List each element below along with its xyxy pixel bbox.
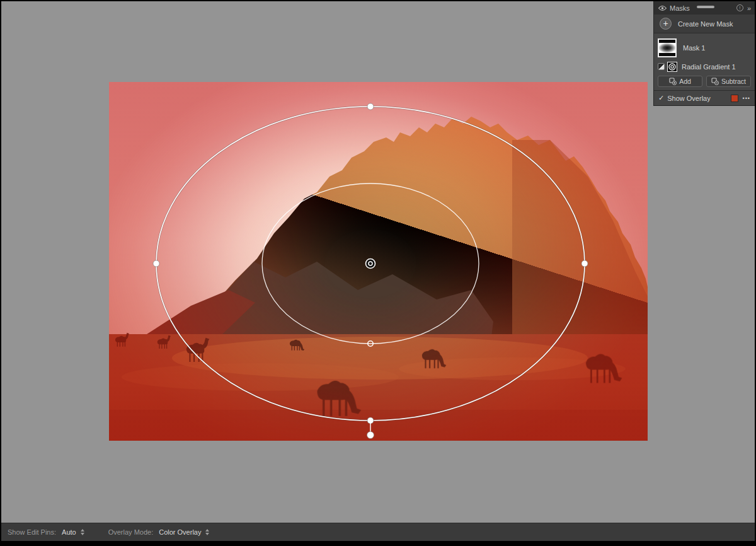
component-name: Radial Gradient 1 [682,63,736,71]
overlay-options-menu-icon[interactable]: ••• [743,95,750,102]
add-button-label: Add [679,78,691,85]
show-overlay-label[interactable]: Show Overlay [667,95,710,102]
collapse-panel-icon[interactable]: » [747,4,751,12]
handle-left[interactable] [153,260,159,267]
overlay-mode-value[interactable]: Color Overlay [159,528,201,536]
mask-name: Mask 1 [683,44,705,52]
masks-panel-header[interactable]: Masks ! » [654,1,755,15]
add-shape-icon [669,78,677,85]
masks-panel: Masks ! » + Create New Mask Mask 1 [653,1,755,106]
subtract-shape-icon [711,78,719,85]
handle-right[interactable] [581,260,588,267]
show-edit-pins-dropdown[interactable]: Show Edit Pins: Auto [8,528,84,536]
mask-component-item[interactable]: Radial Gradient 1 [658,59,751,74]
radial-gradient-icon [667,62,677,72]
subtract-button-label: Subtract [721,78,746,85]
show-overlay-checkbox[interactable]: ✓ [658,94,664,102]
app-window: Masks ! » + Create New Mask Mask 1 [0,0,756,546]
rotate-handle[interactable] [367,432,374,439]
create-new-mask-button[interactable]: + Create New Mask [654,15,755,33]
subtract-button[interactable]: Subtract [706,76,751,87]
mask-group: Mask 1 Radial Gradient 1 [654,33,755,91]
show-overlay-row: ✓ Show Overlay ••• [654,91,755,105]
overlay-color-swatch[interactable] [731,95,738,102]
center-edit-pin[interactable] [366,259,375,269]
mask-thumbnail [658,38,677,57]
panel-title: Masks [670,4,690,12]
overlay-mode-dropdown[interactable]: Overlay Mode: Color Overlay [108,528,210,536]
stepper-icon[interactable] [81,529,84,535]
plus-icon: + [660,18,672,30]
mask-item[interactable]: Mask 1 [658,36,751,59]
create-new-mask-label: Create New Mask [678,20,733,28]
photo[interactable] [109,82,648,441]
drag-handle[interactable] [697,6,714,8]
show-edit-pins-value[interactable]: Auto [62,528,76,536]
eye-icon [658,5,667,11]
add-button[interactable]: Add [658,76,702,87]
show-edit-pins-label: Show Edit Pins: [8,528,56,536]
editor-canvas: Masks ! » + Create New Mask Mask 1 [1,1,755,523]
overlay-mode-label: Overlay Mode: [108,528,154,536]
stepper-icon[interactable] [205,529,209,535]
component-mode-icon [658,63,665,70]
bottom-toolbar: Show Edit Pins: Auto Overlay Mode: Color… [1,523,755,541]
handle-top[interactable] [367,103,374,110]
radial-gradient-gizmo[interactable] [109,82,648,441]
info-icon[interactable]: ! [736,4,743,11]
